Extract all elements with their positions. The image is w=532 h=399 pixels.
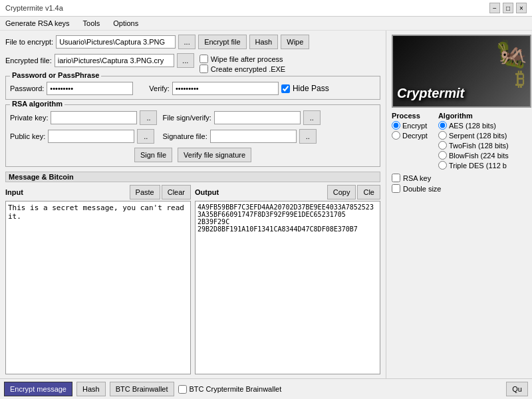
encrypted-file-input[interactable]: iario\Pictures\Captura 3.PNG.cry — [55, 54, 174, 67]
copy-button[interactable]: Copy — [327, 185, 356, 200]
double-size-label: Double size — [403, 185, 441, 193]
algo-serpent-label: Serpent (128 bits) — [449, 132, 507, 140]
sign-file-button[interactable]: Sign file — [134, 148, 172, 162]
minimize-button[interactable]: − — [489, 3, 500, 13]
algo-blowfish-label: BlowFish (224 bits — [449, 152, 509, 160]
browse-private-key-button[interactable]: .. — [140, 110, 157, 125]
file-sign-verify-label: File sign/verify: — [162, 114, 211, 122]
wipe-after-row: Wipe file after process — [200, 55, 286, 63]
file-sign-verify-input[interactable] — [214, 111, 301, 124]
double-size-checkbox[interactable] — [392, 184, 400, 193]
right-panel: 🐛 Cryptermit Cryptermit 🦗 ₿ Process Encr… — [386, 31, 532, 378]
encrypt-radio-row: Encrypt — [392, 121, 428, 130]
output-col: Output Copy Cle 4A9FB59BBF7C3EFD4AA20702… — [195, 185, 380, 374]
private-key-label: Private key: — [10, 114, 48, 122]
process-title: Process — [392, 112, 428, 120]
browse-sign-verify-button[interactable]: .. — [303, 110, 321, 125]
message-input[interactable]: This is a secret message, you can't read… — [5, 201, 191, 374]
password-row: Password: Verify: Hide Pass — [10, 82, 376, 95]
wipe-after-label: Wipe file after process — [211, 55, 283, 63]
browse-encrypt-button[interactable]: ... — [178, 35, 196, 49]
main-content: File to encrypt: Usuario\Pictures\Captur… — [0, 31, 532, 378]
file-to-encrypt-input[interactable]: Usuario\Pictures\Captura 3.PNG — [56, 35, 176, 49]
input-title: Input — [5, 188, 23, 196]
create-exe-row: Create encrypted .EXE — [200, 65, 286, 73]
paste-button[interactable]: Paste — [130, 185, 160, 200]
btc-brainwallet-button[interactable]: BTC Brainwallet — [110, 382, 174, 396]
output-header: Output Copy Cle — [195, 185, 380, 200]
message-section-title: Message & Bitcoin — [5, 172, 380, 182]
private-key-input[interactable] — [51, 111, 137, 124]
menu-options[interactable]: Options — [110, 18, 141, 29]
encrypt-file-button[interactable]: Encrypt file — [198, 35, 246, 49]
password-section-title: Password or PassPhrase — [10, 71, 101, 79]
encrypted-file-label: Encrypted file: — [5, 57, 52, 65]
extra-options: RSA key Double size — [392, 174, 527, 193]
hash-file-button[interactable]: Hash — [249, 35, 279, 49]
create-exe-checkbox[interactable] — [200, 65, 208, 73]
message-section: Message & Bitcoin Input Paste Clear This… — [5, 172, 380, 374]
hide-pass-checkbox[interactable] — [281, 84, 290, 93]
double-size-row: Double size — [392, 184, 527, 193]
algo-twofish-radio[interactable] — [438, 141, 447, 150]
left-panel: File to encrypt: Usuario\Pictures\Captur… — [0, 31, 386, 378]
input-header: Input Paste Clear — [5, 185, 191, 200]
decrypt-radio[interactable] — [392, 131, 400, 140]
process-algo-section: Process Encrypt Decrypt Algorithm AES (1… — [392, 112, 527, 170]
algo-aes-row: AES (128 bits) — [438, 121, 509, 130]
browse-signature-file-button[interactable]: .. — [299, 129, 317, 144]
banner-image: 🐛 Cryptermit Cryptermit 🦗 ₿ — [392, 35, 531, 108]
public-key-row: Public key: .. — [10, 129, 157, 144]
algo-tripledes-row: Triple DES (112 b — [438, 161, 509, 170]
rsa-section: RSA algorithm Private key: .. Public key… — [5, 104, 380, 167]
browse-public-key-button[interactable]: .. — [137, 129, 154, 144]
rsa-section-title: RSA algorithm — [10, 100, 65, 108]
algo-blowfish-radio[interactable] — [438, 151, 447, 160]
bottom-bar: Encrypt message Hash BTC Brainwallet BTC… — [0, 378, 532, 399]
output-buttons: Copy Cle — [327, 185, 380, 200]
menu-tools[interactable]: Tools — [80, 18, 103, 29]
algo-tripledes-label: Triple DES (112 b — [449, 162, 507, 170]
rsa-key-row: RSA key — [392, 174, 527, 182]
quit-button[interactable]: Qu — [506, 382, 528, 396]
input-col: Input Paste Clear This is a secret messa… — [5, 185, 191, 374]
algo-aes-radio[interactable] — [438, 121, 447, 130]
btc-checkbox[interactable] — [178, 385, 187, 394]
public-key-input[interactable] — [48, 130, 134, 143]
signature-file-row: Signature file: .. — [162, 129, 376, 144]
file-to-encrypt-label: File to encrypt: — [5, 38, 53, 46]
verify-signature-button[interactable]: Verify file signature — [178, 148, 251, 162]
password-label: Password: — [10, 84, 44, 92]
rsa-key-checkbox[interactable] — [392, 174, 400, 182]
hash-message-button[interactable]: Hash — [76, 382, 106, 396]
signature-file-label: Signature file: — [162, 132, 207, 140]
title-bar: Cryptermite v1.4a − □ × — [0, 0, 532, 17]
message-output[interactable]: 4A9FB59BBF7C3EFD4AA20702D37BE9EE4033A785… — [195, 201, 380, 374]
clear-input-button[interactable]: Clear — [162, 185, 191, 200]
output-title: Output — [195, 188, 219, 196]
window-title: Cryptermite v1.4a — [5, 4, 63, 12]
algo-serpent-radio[interactable] — [438, 131, 447, 140]
algo-aes-label: AES (128 bits) — [449, 122, 496, 130]
algo-tripledes-radio[interactable] — [438, 161, 447, 170]
algo-serpent-row: Serpent (128 bits) — [438, 131, 509, 140]
verify-input[interactable] — [172, 82, 279, 95]
private-key-row: Private key: .. — [10, 110, 157, 125]
window-controls: − □ × — [489, 3, 527, 13]
wipe-button[interactable]: Wipe — [281, 35, 309, 49]
encrypt-message-button[interactable]: Encrypt message — [4, 382, 72, 396]
file-sign-verify-row: File sign/verify: .. — [162, 110, 376, 125]
btc-checkbox-row: BTC Cryptermite Brainwallet — [178, 385, 282, 394]
encrypt-radio[interactable] — [392, 121, 400, 130]
wipe-after-checkbox[interactable] — [200, 55, 208, 63]
close-button[interactable]: × — [516, 3, 527, 13]
maximize-button[interactable]: □ — [503, 3, 513, 13]
password-input[interactable] — [47, 82, 133, 95]
algo-twofish-label: TwoFish (128 bits) — [449, 142, 509, 150]
browse-encrypted-button[interactable]: ... — [177, 53, 194, 68]
main-window: Cryptermite v1.4a − □ × Generate RSA key… — [0, 0, 532, 399]
file-to-encrypt-row: File to encrypt: Usuario\Pictures\Captur… — [5, 35, 380, 49]
signature-file-input[interactable] — [210, 130, 297, 143]
menu-generate-rsa[interactable]: Generate RSA keys — [3, 18, 72, 29]
clear-output-button[interactable]: Cle — [357, 185, 380, 200]
